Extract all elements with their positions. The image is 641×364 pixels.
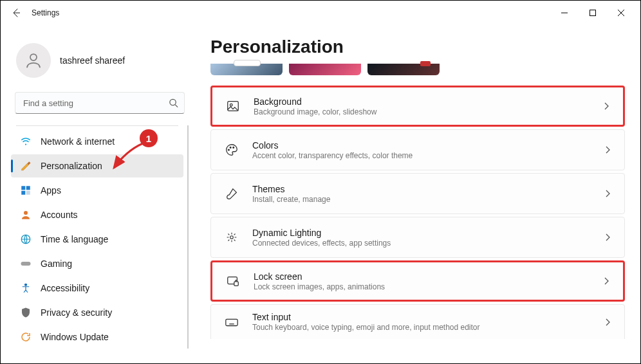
sparkle-icon xyxy=(224,230,239,245)
sidebar-item-network[interactable]: Network & internet xyxy=(11,130,183,153)
theme-preview[interactable] xyxy=(367,64,440,75)
sidebar-item-label: Apps xyxy=(41,185,61,196)
svg-rect-0 xyxy=(590,10,596,16)
gamepad-icon xyxy=(20,258,32,269)
lock-screen-icon xyxy=(225,273,241,289)
search-input[interactable] xyxy=(15,92,185,114)
card-title: Dynamic Lighting xyxy=(252,228,604,238)
chevron-right-icon xyxy=(602,102,610,110)
svg-rect-6 xyxy=(21,191,25,195)
update-icon xyxy=(20,331,32,343)
svg-point-8 xyxy=(24,211,28,215)
svg-point-15 xyxy=(230,147,231,148)
titlebar: Settings xyxy=(1,1,640,25)
avatar xyxy=(16,43,51,78)
sidebar-item-label: Accounts xyxy=(41,210,78,220)
wifi-icon xyxy=(20,136,32,147)
sidebar-item-label: Time & language xyxy=(41,234,108,244)
theme-preview[interactable] xyxy=(289,64,361,75)
card-text-input[interactable]: Text input Touch keyboard, voice typing,… xyxy=(210,304,625,339)
minimize-button[interactable] xyxy=(550,3,579,23)
svg-rect-4 xyxy=(21,186,25,190)
sidebar-item-personalization[interactable]: Personalization xyxy=(11,154,183,177)
card-title: Colors xyxy=(252,140,604,150)
keyboard-icon xyxy=(224,314,239,330)
card-subtitle: Install, create, manage xyxy=(252,195,604,204)
sidebar-item-label: Privacy & security xyxy=(41,307,112,318)
card-title: Themes xyxy=(252,184,604,194)
card-colors[interactable]: Colors Accent color, transparency effect… xyxy=(210,129,625,170)
svg-rect-20 xyxy=(226,319,237,325)
svg-rect-5 xyxy=(26,186,30,190)
search-icon xyxy=(169,98,178,108)
globe-clock-icon xyxy=(20,233,32,245)
card-title: Background xyxy=(254,96,602,107)
chevron-right-icon xyxy=(602,277,610,285)
shield-icon xyxy=(20,307,32,318)
sidebar-item-label: Gaming xyxy=(41,259,72,269)
theme-preview[interactable] xyxy=(210,64,283,75)
brush-icon xyxy=(224,186,239,201)
card-title: Text input xyxy=(252,312,604,322)
card-themes[interactable]: Themes Install, create, manage xyxy=(210,173,625,214)
svg-rect-10 xyxy=(21,262,31,266)
svg-rect-7 xyxy=(26,191,30,195)
svg-point-3 xyxy=(25,143,26,145)
sidebar-item-label: Accessibility xyxy=(41,283,89,293)
sidebar-item-privacy[interactable]: Privacy & security xyxy=(11,301,183,324)
window-title: Settings xyxy=(32,8,59,17)
chevron-right-icon xyxy=(604,190,611,197)
arrow-left-icon xyxy=(11,8,21,18)
main-panel: Personalization Background Background im… xyxy=(194,25,640,363)
sidebar-nav: Network & internet Personalization Apps … xyxy=(11,125,189,349)
chevron-right-icon xyxy=(604,318,611,326)
settings-card-list: Background Background image, color, slid… xyxy=(210,86,625,339)
svg-point-2 xyxy=(170,99,176,105)
svg-point-14 xyxy=(228,149,230,150)
user-name: tashreef shareef xyxy=(60,55,125,66)
card-lock-screen[interactable]: Lock screen Lock screen images, apps, an… xyxy=(210,260,625,302)
palette-icon xyxy=(224,142,239,158)
card-subtitle: Accent color, transparency effects, colo… xyxy=(252,151,604,160)
person-icon xyxy=(24,51,43,70)
svg-point-16 xyxy=(233,147,234,148)
card-dynamic-lighting[interactable]: Dynamic Lighting Connected devices, effe… xyxy=(210,217,625,258)
sidebar-item-label: Windows Update xyxy=(41,332,109,342)
svg-point-11 xyxy=(25,284,27,286)
close-button[interactable] xyxy=(607,3,635,23)
theme-thumbnails xyxy=(210,64,625,75)
maximize-button[interactable] xyxy=(579,3,607,23)
back-button[interactable] xyxy=(6,3,26,23)
sidebar-item-accessibility[interactable]: Accessibility xyxy=(11,277,183,300)
card-subtitle: Lock screen images, apps, animations xyxy=(254,282,602,291)
sidebar-item-windows-update[interactable]: Windows Update xyxy=(11,325,183,349)
sidebar-item-label: Network & internet xyxy=(41,136,115,147)
paintbrush-icon xyxy=(20,160,32,172)
sidebar-item-gaming[interactable]: Gaming xyxy=(11,252,183,275)
sidebar-item-label: Personalization xyxy=(41,161,102,171)
sidebar-item-accounts[interactable]: Accounts xyxy=(11,203,183,226)
chevron-right-icon xyxy=(604,146,611,154)
sidebar-item-apps[interactable]: Apps xyxy=(11,179,183,202)
svg-point-1 xyxy=(30,54,37,60)
card-background[interactable]: Background Background image, color, slid… xyxy=(210,86,625,127)
card-title: Lock screen xyxy=(254,271,602,282)
svg-point-17 xyxy=(230,236,234,239)
svg-point-13 xyxy=(230,104,232,106)
sidebar: tashreef shareef Network & internet Pers… xyxy=(1,25,194,363)
card-subtitle: Touch keyboard, voice typing, emoji and … xyxy=(252,323,604,332)
page-title: Personalization xyxy=(210,37,625,57)
chevron-right-icon xyxy=(604,233,611,241)
card-subtitle: Connected devices, effects, app settings xyxy=(252,239,604,248)
svg-rect-19 xyxy=(234,282,238,286)
accessibility-icon xyxy=(20,282,32,294)
person-icon xyxy=(20,209,32,221)
window-controls xyxy=(550,3,635,23)
card-subtitle: Background image, color, slideshow xyxy=(254,107,602,116)
user-profile[interactable]: tashreef shareef xyxy=(11,33,189,92)
picture-icon xyxy=(225,98,241,114)
apps-icon xyxy=(20,185,32,196)
sidebar-item-time-language[interactable]: Time & language xyxy=(11,228,183,251)
